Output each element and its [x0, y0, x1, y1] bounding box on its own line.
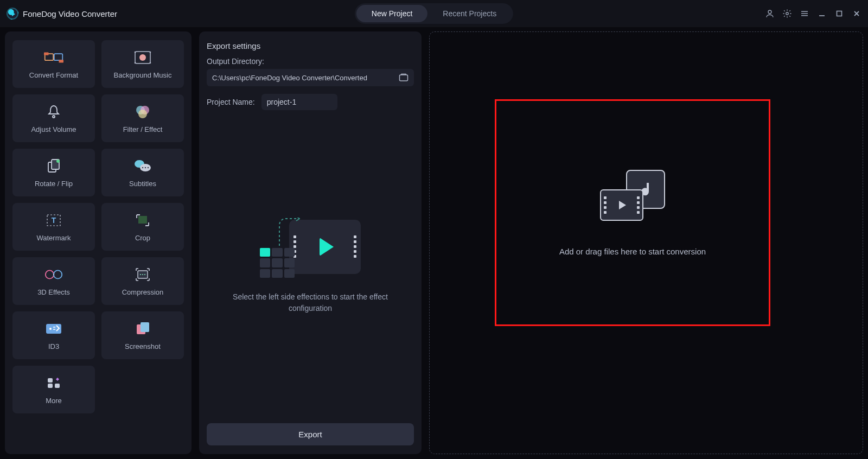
drop-zone-highlight[interactable]: Add or drag files here to start conversi… — [495, 99, 770, 326]
tool-adjust-volume[interactable]: Adjust Volume — [12, 94, 95, 142]
svg-point-22 — [138, 110, 147, 118]
svg-point-39 — [142, 274, 143, 275]
svg-point-29 — [145, 167, 146, 168]
svg-point-40 — [144, 274, 145, 275]
tool-label: Subtitles — [129, 180, 156, 188]
tool-crop[interactable]: Crop — [101, 203, 184, 251]
tab-switcher: New Project Recent Projects — [355, 3, 513, 24]
maximize-button[interactable] — [834, 9, 844, 18]
filter-effect-icon — [133, 104, 152, 120]
tool-compression[interactable]: Compression — [101, 257, 184, 305]
tool-label: Screenshot — [125, 342, 161, 350]
3d-effects-icon — [44, 266, 63, 283]
tool-label: 3D Effects — [37, 288, 70, 296]
svg-point-38 — [140, 274, 141, 275]
minimize-button[interactable] — [817, 9, 827, 18]
tool-convert-format[interactable]: Convert Format — [12, 40, 95, 88]
project-name-label: Project Name: — [207, 98, 255, 106]
title-bar: FoneDog Video Converter New Project Rece… — [0, 0, 868, 27]
drop-hint-text: Add or drag files here to start conversi… — [559, 247, 706, 256]
tool-subtitles[interactable]: Subtitles — [101, 149, 184, 196]
tool-more[interactable]: More — [12, 366, 95, 413]
folder-browse-icon[interactable] — [399, 73, 409, 82]
tool-id3[interactable]: ID3 — [12, 311, 95, 359]
svg-rect-46 — [141, 322, 149, 332]
export-settings-title: Export settings — [207, 41, 414, 50]
close-button[interactable] — [852, 9, 861, 18]
output-directory-label: Output Directory: — [207, 57, 414, 66]
tool-label: Compression — [122, 288, 164, 296]
svg-rect-10 — [54, 54, 62, 60]
svg-point-35 — [54, 270, 62, 278]
svg-point-1 — [786, 12, 789, 15]
tool-label: Rotate / Flip — [35, 180, 73, 188]
svg-rect-6 — [837, 11, 842, 16]
tool-label: More — [46, 397, 62, 405]
menu-icon[interactable] — [800, 9, 809, 18]
effect-config-placeholder: Select the left side effections to start… — [207, 110, 414, 423]
tab-recent-projects[interactable]: Recent Projects — [427, 5, 512, 22]
svg-point-16 — [150, 51, 151, 53]
tool-label: Filter / Effect — [123, 125, 163, 133]
tool-filter-effect[interactable]: Filter / Effect — [101, 94, 184, 142]
project-name-input[interactable] — [261, 94, 337, 110]
settings-icon[interactable] — [782, 9, 792, 18]
tool-screenshot[interactable]: Screenshot — [101, 311, 184, 359]
subtitles-icon — [133, 158, 152, 174]
account-icon[interactable] — [765, 9, 775, 18]
export-panel: Export settings Output Directory: C:\Use… — [199, 31, 422, 454]
crop-icon — [133, 212, 152, 228]
tools-panel: Convert Format Background Music Adjust V… — [5, 31, 192, 454]
more-icon — [44, 375, 63, 391]
svg-point-42 — [49, 328, 52, 330]
output-directory-field[interactable]: C:\Users\pc\FoneDog Video Converter\Conv… — [207, 69, 414, 86]
svg-rect-49 — [48, 384, 53, 388]
rotate-flip-icon — [44, 158, 63, 174]
adjust-volume-icon — [44, 104, 63, 120]
tool-label: ID3 — [48, 342, 59, 350]
svg-point-25 — [56, 160, 60, 163]
media-drop-icon — [600, 170, 665, 221]
tool-label: Watermark — [36, 234, 71, 242]
tool-label: Convert Format — [29, 71, 78, 79]
svg-rect-47 — [48, 378, 53, 382]
effect-hint-text: Select the left side effections to start… — [222, 291, 399, 314]
svg-point-30 — [148, 167, 149, 168]
svg-point-17 — [135, 62, 136, 63]
output-directory-value: C:\Users\pc\FoneDog Video Converter\Conv… — [212, 74, 399, 82]
compression-icon — [133, 266, 152, 283]
tool-background-music[interactable]: Background Music — [101, 40, 184, 88]
tool-watermark[interactable]: T Watermark — [12, 203, 95, 251]
svg-point-18 — [150, 62, 151, 63]
drop-panel[interactable]: Add or drag files here to start conversi… — [429, 31, 863, 454]
svg-rect-48 — [55, 384, 60, 388]
play-icon — [320, 238, 334, 256]
svg-rect-12 — [59, 60, 63, 62]
watermark-icon: T — [44, 212, 63, 228]
tool-3d-effects[interactable]: 3D Effects — [12, 257, 95, 305]
svg-rect-50 — [400, 75, 408, 81]
tool-label: Adjust Volume — [31, 125, 76, 133]
svg-point-14 — [139, 54, 146, 61]
app-title: FoneDog Video Converter — [23, 9, 117, 18]
tool-rotate-flip[interactable]: Rotate / Flip — [12, 149, 95, 196]
tool-label: Background Music — [114, 71, 172, 79]
screenshot-icon — [133, 321, 152, 337]
svg-rect-33 — [138, 216, 147, 224]
convert-format-icon — [44, 49, 63, 66]
tool-label: Crop — [135, 234, 150, 242]
svg-point-28 — [142, 167, 143, 168]
svg-point-19 — [53, 116, 55, 118]
tab-new-project[interactable]: New Project — [356, 5, 427, 22]
svg-text:T: T — [52, 216, 56, 225]
export-button[interactable]: Export — [207, 423, 414, 445]
app-logo-icon — [7, 8, 18, 20]
svg-rect-11 — [44, 52, 49, 55]
svg-point-15 — [135, 51, 136, 53]
id3-icon — [44, 321, 63, 337]
svg-point-34 — [46, 270, 54, 278]
background-music-icon — [133, 49, 152, 66]
window-controls — [765, 9, 861, 18]
svg-point-0 — [768, 10, 771, 14]
